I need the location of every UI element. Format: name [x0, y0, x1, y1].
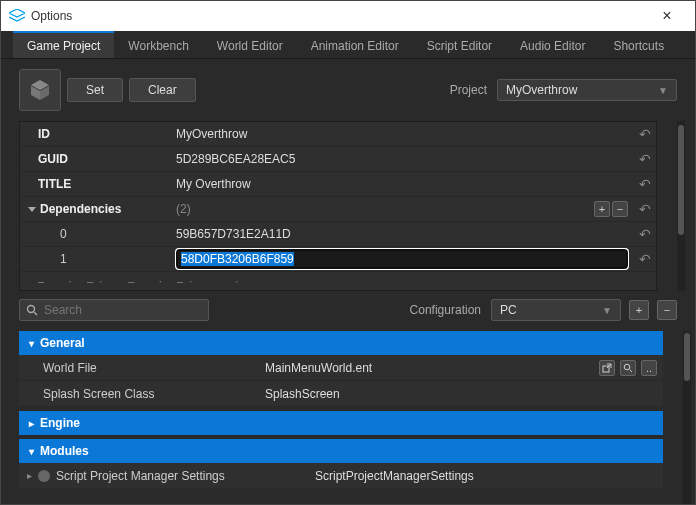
section-engine-header[interactable]: ▸ Engine	[19, 411, 663, 435]
revert-icon[interactable]: ↶	[634, 151, 656, 167]
spm-row[interactable]: ▸ Script Project Manager Settings	[19, 469, 309, 483]
tab-workbench[interactable]: Workbench	[114, 31, 202, 58]
spm-value: ScriptProjectManagerSettings	[315, 469, 657, 483]
config-remove-button[interactable]: −	[657, 300, 677, 320]
field-id-label: ID	[20, 127, 170, 141]
window-title: Options	[31, 9, 647, 23]
svg-line-4	[630, 369, 633, 372]
tab-script-editor[interactable]: Script Editor	[413, 31, 506, 58]
chevron-right-icon: ▸	[27, 470, 32, 481]
search-input[interactable]	[19, 299, 209, 321]
svg-point-3	[624, 364, 630, 370]
revert-icon[interactable]: ↶	[634, 126, 656, 142]
svg-point-0	[28, 306, 35, 313]
project-label: Project	[450, 83, 487, 97]
set-button[interactable]: Set	[67, 78, 123, 102]
revert-icon[interactable]: ↶	[634, 226, 656, 242]
browse-search-icon[interactable]	[620, 360, 636, 376]
truncated-row: – · – ·– · – · ·	[20, 272, 656, 290]
spm-label: Script Project Manager Settings	[56, 469, 225, 483]
project-icon	[19, 69, 61, 111]
remove-button[interactable]: −	[612, 201, 628, 217]
chevron-right-icon: ▸	[29, 418, 34, 429]
revert-icon[interactable]: ↶	[634, 176, 656, 192]
project-select-value: MyOverthrow	[506, 83, 577, 97]
status-dot-icon	[38, 470, 50, 482]
field-deps-count: (2)	[176, 202, 592, 216]
svg-line-1	[34, 312, 37, 315]
clear-button[interactable]: Clear	[129, 78, 196, 102]
field-title-label: TITLE	[20, 177, 170, 191]
tab-animation-editor[interactable]: Animation Editor	[297, 31, 413, 58]
app-logo-icon	[9, 9, 25, 23]
expand-icon	[28, 207, 36, 212]
config-value: PC	[500, 303, 517, 317]
config-select[interactable]: PC ▼	[491, 299, 621, 321]
tab-game-project[interactable]: Game Project	[13, 31, 114, 58]
dep-1-input[interactable]	[176, 249, 628, 269]
project-select[interactable]: MyOverthrow ▼	[497, 79, 677, 101]
tab-shortcuts[interactable]: Shortcuts	[599, 31, 678, 58]
field-guid-label: GUID	[20, 152, 170, 166]
field-title-value[interactable]: My Overthrow	[176, 177, 628, 191]
config-add-button[interactable]: +	[629, 300, 649, 320]
search-field[interactable]	[44, 303, 202, 317]
world-file-label: World File	[19, 361, 259, 375]
tabs: Game ProjectWorkbenchWorld EditorAnimati…	[1, 31, 695, 59]
close-button[interactable]: ×	[647, 7, 687, 25]
search-icon	[26, 304, 38, 316]
section-general-header[interactable]: ▾ General	[19, 331, 663, 355]
splash-label: Splash Screen Class	[19, 387, 259, 401]
config-label: Configuration	[410, 303, 481, 317]
chevron-down-icon: ▼	[602, 305, 612, 316]
more-button[interactable]: ..	[641, 360, 657, 376]
dep-0-value[interactable]: 59B657D731E2A11D	[176, 227, 628, 241]
field-guid-value[interactable]: 5D289BC6EA28EAC5	[176, 152, 628, 166]
section-modules-header[interactable]: ▾ Modules	[19, 439, 663, 463]
chevron-down-icon: ▾	[29, 338, 34, 349]
tab-audio-editor[interactable]: Audio Editor	[506, 31, 599, 58]
scrollbar[interactable]	[677, 121, 685, 291]
titlebar: Options ×	[1, 1, 695, 31]
field-id-value[interactable]: MyOverthrow	[176, 127, 628, 141]
dep-1-label: 1	[20, 252, 170, 266]
tab-world-editor[interactable]: World Editor	[203, 31, 297, 58]
field-deps-label[interactable]: Dependencies	[20, 202, 170, 216]
revert-icon[interactable]: ↶	[634, 251, 656, 267]
chevron-down-icon: ▾	[29, 446, 34, 457]
dep-0-label: 0	[20, 227, 170, 241]
open-external-icon[interactable]	[599, 360, 615, 376]
world-file-value[interactable]: MainMenuWorld.ent	[265, 361, 594, 375]
splash-value[interactable]: SplashScreen	[265, 387, 657, 401]
add-button[interactable]: +	[594, 201, 610, 217]
chevron-down-icon: ▼	[658, 85, 668, 96]
revert-icon[interactable]: ↶	[634, 201, 656, 217]
scrollbar[interactable]	[683, 331, 691, 504]
